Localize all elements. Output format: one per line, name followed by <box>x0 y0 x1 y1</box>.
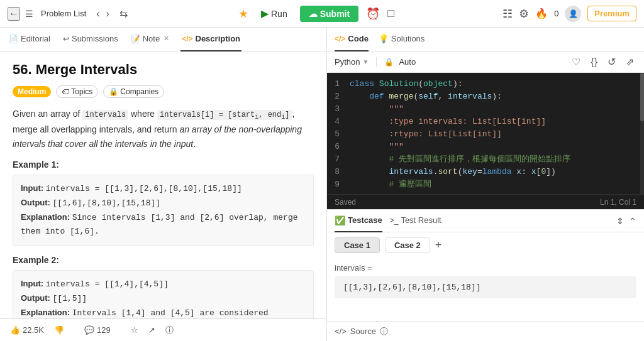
top-nav: ← ☰ Problem List ‹ › ⇆ ★ ▶ Run ☁ Submit … <box>0 0 644 28</box>
bottom-right-actions: ⇕ ⌃ <box>616 216 636 226</box>
code-line-7: 7 # 先對區間進行排序，根據每個區間的開始點排序 <box>327 153 644 166</box>
run-button[interactable]: ▶ Run <box>256 5 292 22</box>
expand-button[interactable]: ⇕ <box>616 216 624 226</box>
run-label: Run <box>271 9 287 19</box>
companies-badge[interactable]: 🔒 Companies <box>103 85 164 98</box>
example2-title: Example 2: <box>13 255 314 265</box>
topics-badge[interactable]: 🏷 Topics <box>56 85 98 98</box>
case1-button[interactable]: Case 1 <box>335 237 380 253</box>
bookmark-button[interactable]: ♡ <box>569 55 583 69</box>
settings-icon[interactable]: ⚙ <box>519 7 529 21</box>
collapse-button[interactable]: ⌃ <box>629 216 636 226</box>
code-line-8: 8 intervals.sort(key=lambda x: x[0]) <box>327 166 644 178</box>
solutions-tab-icon: 💡 <box>379 34 389 43</box>
check-icon: ✅ <box>335 215 345 225</box>
submissions-icon: ↩ <box>63 35 69 43</box>
input-label: intervals = <box>335 263 636 273</box>
editorial-icon: 📄 <box>9 35 18 43</box>
tab-testcase[interactable]: ✅ Testcase <box>335 210 382 232</box>
nav-right: ☷ ⚙ 🔥 0 👤 Premium <box>502 6 636 22</box>
example2-output: [[1,5]] <box>53 294 87 303</box>
code-line-4: 4 :type intervals: List[List[int]] <box>327 116 644 128</box>
share-action[interactable]: ↗ <box>148 325 155 335</box>
code-line-5: 5 :rtype: List[List[int]] <box>327 128 644 141</box>
left-panel: 📄 Editorial ↩ Submissions 📝 Note ✕ </> D… <box>0 28 327 341</box>
list-icon: ☰ <box>25 9 33 19</box>
tab-solutions[interactable]: 💡 Solutions <box>379 28 425 51</box>
badges: Medium 🏷 Topics 🔒 Companies <box>13 85 314 98</box>
note-button[interactable]: □ <box>387 7 394 20</box>
alarm-button[interactable]: ⏰ <box>366 7 380 21</box>
example2-block: Input: intervals = [[1,4],[4,5]] Output:… <box>13 270 314 318</box>
likes-count: 22.5K <box>23 325 44 335</box>
code-formula: intervals[i] = [starti, endi] <box>157 110 292 120</box>
prev-problem-button[interactable]: ‹ <box>94 7 102 21</box>
example2-input-label: Input: <box>21 279 46 288</box>
reset-button[interactable]: ↺ <box>605 55 618 69</box>
code-tab-icon: </> <box>335 35 345 43</box>
tab-submissions[interactable]: ↩ Submissions <box>62 28 119 51</box>
case-tabs: Case 1 Case 2 + <box>327 232 644 258</box>
avatar[interactable]: 👤 <box>565 6 581 22</box>
grid-icon[interactable]: ☷ <box>502 7 513 21</box>
code-editor[interactable]: 1 class Solution(object): 2 def merge(se… <box>327 73 644 194</box>
dislikes-action[interactable]: 👎 <box>54 325 64 335</box>
language-selector[interactable]: Python ▼ <box>335 57 369 67</box>
example2-input: intervals = [[1,4],[4,5]] <box>46 279 169 289</box>
tab-description[interactable]: </> Description <box>180 28 242 51</box>
tab-solutions-label: Solutions <box>391 34 425 43</box>
star-icon: ☆ <box>131 325 138 335</box>
tab-submissions-label: Submissions <box>72 34 118 43</box>
source-info-icon: ⓘ <box>380 326 388 337</box>
problem-number: 56. <box>13 62 32 77</box>
difficulty-badge: Medium <box>13 86 51 97</box>
code-line-9: 9 # 遍歷區間 <box>327 178 644 191</box>
share-icon: ↗ <box>148 325 155 335</box>
problem-title: 56. Merge Intervals <box>13 62 314 78</box>
example1-input: intervals = [[1,3],[2,6],[8,10],[15,18]] <box>46 184 242 193</box>
main-layout: 📄 Editorial ↩ Submissions 📝 Note ✕ </> D… <box>0 28 644 341</box>
format-button[interactable]: {} <box>588 55 600 69</box>
thumbs-down-icon: 👎 <box>54 325 64 335</box>
code-line-1: 1 class Solution(object): <box>327 78 644 90</box>
save-status: Saved <box>335 198 356 207</box>
tab-editorial[interactable]: 📄 Editorial <box>8 28 52 51</box>
cursor-position: Ln 1, Col 1 <box>600 198 636 207</box>
scrollbar-thumb[interactable] <box>640 73 644 121</box>
code-source-icon: </> <box>335 327 347 336</box>
info-action[interactable]: ⓘ <box>165 325 174 336</box>
info-icon: ⓘ <box>165 325 174 336</box>
add-case-button[interactable]: + <box>435 239 442 252</box>
left-content: 56. Merge Intervals Medium 🏷 Topics 🔒 Co… <box>0 51 326 318</box>
submit-button[interactable]: ☁ Submit <box>300 6 358 22</box>
lang-dropdown-icon: ▼ <box>362 58 369 65</box>
back-button[interactable]: ← <box>8 7 20 21</box>
description-icon: </> <box>182 35 192 43</box>
tab-code[interactable]: </> Code <box>335 28 369 51</box>
star-button[interactable]: ★ <box>238 7 248 21</box>
likes-action[interactable]: 👍 22.5K <box>10 325 44 335</box>
shuffle-button[interactable]: ⇆ <box>117 6 130 21</box>
case2-button[interactable]: Case 2 <box>385 237 430 253</box>
note-close-icon[interactable]: ✕ <box>164 35 169 43</box>
thumbs-up-icon: 👍 <box>10 325 20 335</box>
comments-action[interactable]: 💬 129 <box>84 325 111 335</box>
problem-list-label: Problem List <box>41 9 86 18</box>
tab-note[interactable]: 📝 Note ✕ <box>130 28 170 51</box>
tab-test-result[interactable]: >_ Test Result <box>390 210 441 232</box>
note-icon: 📝 <box>131 35 140 43</box>
next-problem-button[interactable]: › <box>104 7 112 21</box>
fullscreen-button[interactable]: ⇗ <box>623 55 636 69</box>
premium-button[interactable]: Premium <box>587 6 636 21</box>
star-action[interactable]: ☆ <box>131 325 138 335</box>
right-tabs: </> Code 💡 Solutions <box>327 28 644 51</box>
right-footer: </> Source ⓘ <box>327 321 644 341</box>
code-line-6: 6 """ <box>327 141 644 153</box>
tag-icon: 🏷 <box>62 87 69 96</box>
comments-count: 129 <box>97 325 111 335</box>
input-value[interactable]: [[1,3],[2,6],[8,10],[15,18]] <box>335 276 636 298</box>
bottom-panel: ✅ Testcase >_ Test Result ⇕ ⌃ Case 1 Cas… <box>327 209 644 341</box>
comment-icon: 💬 <box>84 325 94 335</box>
editor-toolbar: Python ▼ 🔒 Auto ♡ {} ↺ ⇗ <box>327 51 644 73</box>
source-label: Source <box>350 327 376 336</box>
